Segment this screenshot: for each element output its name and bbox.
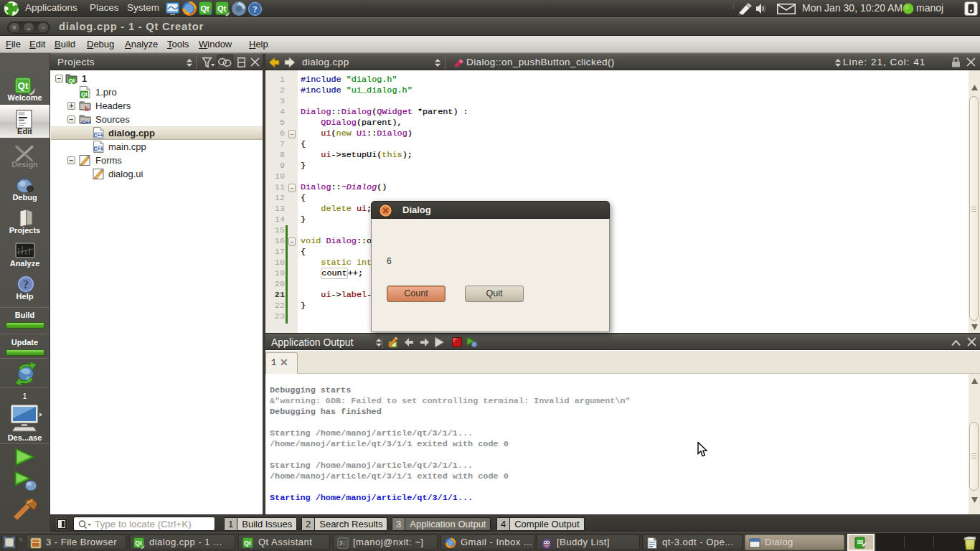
svg-text:?: ? <box>23 278 29 291</box>
svg-text:h: h <box>85 105 89 112</box>
svg-text:Qt: Qt <box>217 4 227 13</box>
svg-text:Qt: Qt <box>69 77 75 84</box>
svg-text:C++: C++ <box>81 119 91 125</box>
svg-text:?: ? <box>208 9 212 17</box>
svg-text:?: ? <box>253 4 258 14</box>
svg-text:C++: C++ <box>93 133 103 138</box>
svg-text:C++: C++ <box>93 146 103 151</box>
svg-text:Qt: Qt <box>18 80 29 91</box>
svg-text:Qt: Qt <box>135 540 142 547</box>
svg-text:?: ? <box>250 544 254 550</box>
svg-text:Qt: Qt <box>81 91 88 98</box>
